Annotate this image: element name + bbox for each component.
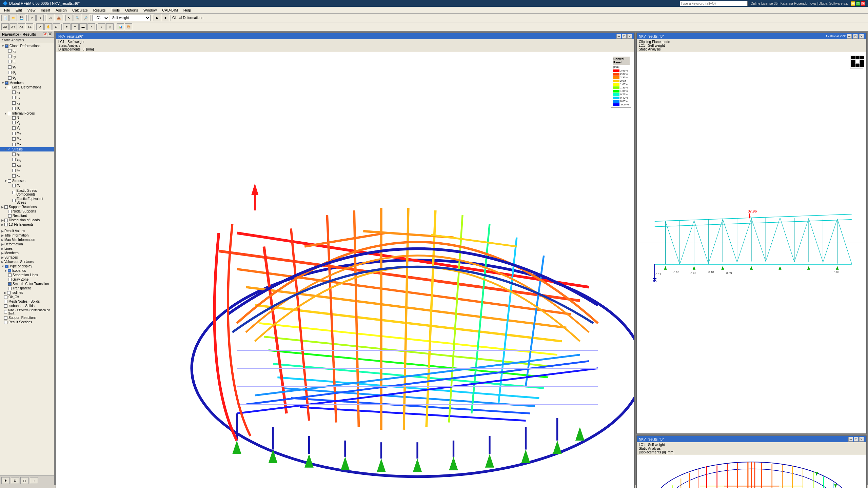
- top-right-min[interactable]: ─: [847, 34, 852, 39]
- tb-stop[interactable]: ■: [162, 15, 169, 21]
- nav-nodal-supports[interactable]: Nodal Supports: [0, 209, 54, 214]
- search-input[interactable]: [680, 1, 748, 6]
- tb-undo[interactable]: ↩: [28, 15, 36, 21]
- exp-surf[interactable]: ▶: [1, 256, 4, 259]
- top-right-close[interactable]: ✕: [859, 34, 864, 39]
- cb-phiz[interactable]: [8, 76, 12, 80]
- nav-ux[interactable]: ux: [0, 48, 54, 54]
- nav-btn-settings[interactable]: ⚙: [11, 477, 19, 484]
- nav-type-display[interactable]: ▼ ✓ Type of display: [0, 264, 54, 268]
- main-view-close[interactable]: ✕: [627, 34, 632, 39]
- cb-sr-disp[interactable]: [4, 316, 7, 320]
- nav-uy[interactable]: uy: [0, 54, 54, 59]
- cb-td[interactable]: ✓: [5, 265, 8, 268]
- nav-okoff[interactable]: Ok_Off: [0, 295, 54, 299]
- nav-local-deform[interactable]: ▼ Local Deformations: [0, 85, 54, 89]
- cb-okoff[interactable]: [4, 296, 7, 299]
- close-button[interactable]: ✕: [861, 1, 865, 6]
- nav-transparent[interactable]: Transparent: [0, 286, 54, 290]
- cb-global-deform[interactable]: ✓: [5, 44, 8, 48]
- nav-distribution-loads[interactable]: ▶ Distribution of Loads: [0, 218, 54, 222]
- nav-Vz[interactable]: Vz: [0, 125, 54, 131]
- menu-view[interactable]: View: [25, 7, 38, 13]
- cb-luy[interactable]: [12, 96, 16, 99]
- tb-render[interactable]: ▶: [154, 15, 161, 21]
- tb-view-xy[interactable]: XY: [9, 23, 17, 30]
- nav-internal-forces[interactable]: ▼ Internal Forces: [0, 111, 54, 116]
- cb-smooth-color[interactable]: ✓: [8, 282, 12, 286]
- cb-rs[interactable]: [4, 321, 7, 324]
- cb-resultant[interactable]: [8, 214, 12, 218]
- cb-phix[interactable]: [8, 65, 12, 69]
- menu-help[interactable]: Help: [181, 7, 194, 13]
- view-grid-icon[interactable]: [850, 55, 863, 68]
- maximize-button[interactable]: □: [856, 1, 860, 6]
- exp-mm[interactable]: ▶: [1, 238, 4, 242]
- nav-surfaces[interactable]: ▶ Surfaces: [0, 255, 54, 260]
- tb-supports[interactable]: △: [106, 23, 114, 30]
- tb-select[interactable]: ↖: [65, 15, 73, 21]
- nav-isobands[interactable]: ▼ ✓ Isobands: [0, 268, 54, 273]
- tb-save[interactable]: 💾: [18, 15, 25, 21]
- bottom-right-close[interactable]: ✕: [859, 437, 864, 442]
- cb-Mz[interactable]: [12, 143, 16, 146]
- menu-window[interactable]: Window: [141, 7, 159, 13]
- nav-members[interactable]: ▼ ✓ Members: [0, 81, 54, 85]
- cb-strains[interactable]: ✓: [8, 148, 11, 151]
- exp-iso[interactable]: ▶: [4, 291, 6, 294]
- nav-values-surfaces[interactable]: ▶ Values on Surfaces: [0, 260, 54, 264]
- top-right-max[interactable]: □: [853, 34, 858, 39]
- nav-Mz[interactable]: Mz: [0, 142, 54, 147]
- cb-uz[interactable]: [8, 60, 12, 63]
- cb-MT[interactable]: [12, 132, 16, 135]
- nav-support-reactions[interactable]: ▶ Support Reactions: [0, 205, 54, 209]
- menu-tools[interactable]: Tools: [108, 7, 122, 13]
- main-view-max[interactable]: □: [622, 34, 627, 39]
- cb-mns[interactable]: [4, 300, 7, 303]
- cb-ibs[interactable]: [4, 304, 7, 308]
- cb-lux[interactable]: [12, 90, 16, 94]
- nav-MT[interactable]: MT: [0, 131, 54, 136]
- nav-maxmin[interactable]: ▶ Max Min Information: [0, 238, 54, 242]
- nav-elastic-stress[interactable]: Elastic Stress Components: [0, 188, 54, 197]
- nav-sigmax[interactable]: σx: [0, 183, 54, 188]
- tb-fit[interactable]: ⊡: [53, 23, 60, 30]
- top-right-body[interactable]: 37.96 -0.19 -0.18 0.45 0.18 0.09 0.09: [637, 52, 866, 433]
- expand-int-forces[interactable]: ▼: [4, 112, 7, 115]
- bottom-right-body[interactable]: [637, 455, 866, 488]
- cb-N[interactable]: [12, 116, 16, 120]
- nav-gray-zone[interactable]: Gray Zone: [0, 277, 54, 282]
- nav-1d-fe[interactable]: ▶ 1D FE Elements: [0, 222, 54, 227]
- nav-global-deformations[interactable]: ▼ ✓ Global Deformations: [0, 44, 54, 48]
- cb-nodal[interactable]: [8, 210, 12, 213]
- main-view-body[interactable]: Control Panel [mm] 2.96% 2.64% 2.32% 2.0…: [56, 52, 634, 488]
- cb-gzz[interactable]: [12, 163, 16, 167]
- expand-support[interactable]: ▶: [1, 205, 4, 209]
- cb-lphix[interactable]: [12, 107, 16, 110]
- cb-stresses[interactable]: [8, 179, 11, 183]
- nav-stresses[interactable]: ▼ Stresses: [0, 179, 54, 183]
- expand-stresses[interactable]: ▼: [4, 179, 7, 183]
- nav-btn-arrow[interactable]: →: [30, 477, 38, 484]
- exp-ti[interactable]: ▶: [1, 234, 4, 237]
- cb-luz[interactable]: [12, 101, 16, 105]
- tb-members[interactable]: ▬: [79, 23, 87, 30]
- lc-name-dropdown[interactable]: Self-weight: [110, 15, 151, 21]
- cb-ib[interactable]: ✓: [8, 269, 11, 272]
- menu-assign[interactable]: Assign: [53, 7, 70, 13]
- nav-phiz[interactable]: φz: [0, 75, 54, 81]
- tb-surfaces[interactable]: ▪: [87, 23, 95, 30]
- nav-resultant[interactable]: Resultant: [0, 214, 54, 218]
- exp-rv[interactable]: ▶: [1, 229, 4, 233]
- cb-ex[interactable]: [12, 152, 16, 156]
- cb-ky[interactable]: [12, 174, 16, 178]
- minimize-button[interactable]: ─: [851, 1, 855, 6]
- nav-gzz[interactable]: γzz: [0, 162, 54, 168]
- nav-kx[interactable]: κx: [0, 168, 54, 173]
- exp-td[interactable]: ▼: [1, 265, 4, 268]
- tb-lines[interactable]: ━: [71, 23, 79, 30]
- tb-color[interactable]: 🎨: [125, 23, 132, 30]
- menu-results[interactable]: Results: [91, 7, 108, 13]
- lc-dropdown[interactable]: LC1: [92, 15, 109, 21]
- nav-lux[interactable]: ux: [0, 89, 54, 95]
